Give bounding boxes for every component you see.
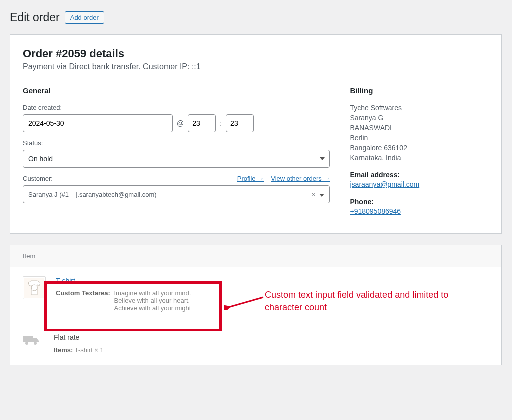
svg-rect-2: [23, 336, 33, 342]
svg-point-3: [26, 342, 28, 345]
status-select[interactable]: On hold: [23, 150, 330, 168]
shipping-method-name: Flat rate: [54, 334, 489, 342]
date-created-label: Date created:: [23, 104, 330, 112]
billing-heading: Billing: [350, 86, 489, 95]
chevron-down-icon[interactable]: [320, 191, 324, 198]
shipping-items-value: T-shirt × 1: [75, 346, 104, 354]
customer-select-value: Saranya J (#1 – j.saranyabtech@gmail.com…: [28, 191, 157, 198]
annotation-box: [44, 282, 222, 332]
billing-phone-link[interactable]: +918095086946: [350, 208, 401, 216]
add-order-button[interactable]: Add order: [65, 12, 104, 24]
minute-input[interactable]: [226, 114, 254, 132]
view-other-orders-link[interactable]: View other orders →: [271, 175, 330, 182]
order-details-panel: Order #2059 details Payment via Direct b…: [10, 34, 502, 234]
billing-line: BANASWADI: [350, 124, 489, 132]
billing-line: Tyche Softwares: [350, 104, 489, 112]
order-details-title: Order #2059 details: [23, 48, 489, 60]
shipping-items-label: Items:: [54, 346, 73, 354]
annotation-arrow: [224, 296, 264, 310]
billing-email-link[interactable]: jsaraanya@gmail.com: [350, 180, 420, 188]
hour-input[interactable]: [188, 114, 216, 132]
customer-select[interactable]: Saranya J (#1 – j.saranyabtech@gmail.com…: [23, 186, 330, 204]
product-thumbnail[interactable]: [23, 276, 46, 300]
truck-icon: [23, 334, 40, 348]
date-created-input[interactable]: [23, 114, 173, 132]
customer-label: Customer:: [23, 175, 53, 182]
page-title: Edit order: [10, 11, 60, 24]
billing-line: Bangalore 636102: [350, 144, 489, 152]
svg-point-4: [34, 342, 37, 345]
order-details-subtitle: Payment via Direct bank transfer. Custom…: [23, 62, 489, 72]
billing-line: Karnataka, India: [350, 154, 489, 162]
svg-line-5: [228, 298, 264, 308]
email-label: Email address:: [350, 171, 489, 179]
time-colon: :: [220, 120, 222, 128]
status-label: Status:: [23, 140, 330, 147]
items-header: Item: [10, 246, 502, 268]
billing-line: Saranya G: [350, 114, 489, 122]
general-heading: General: [23, 86, 330, 95]
clear-customer-icon[interactable]: ×: [312, 191, 316, 198]
at-symbol: @: [177, 120, 184, 128]
billing-line: Berlin: [350, 134, 489, 142]
phone-label: Phone:: [350, 198, 489, 206]
annotation-text: Custom text input field validated and li…: [265, 289, 475, 314]
profile-link[interactable]: Profile →: [238, 175, 264, 182]
